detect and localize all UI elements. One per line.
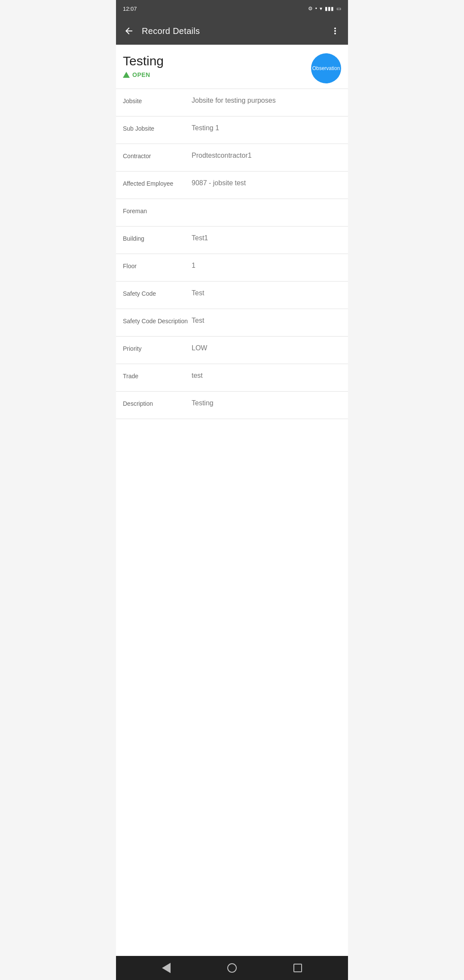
back-nav-icon [162, 963, 171, 973]
table-row: DescriptionTesting [116, 392, 348, 419]
field-label: Sub Jobsite [123, 124, 192, 132]
field-value: Testing [192, 399, 341, 407]
field-value: Test1 [192, 234, 341, 242]
status-bar: 12:07 ⚙ • ▾ ▮▮▮ ▭ [116, 0, 348, 17]
table-row: Floor1 [116, 254, 348, 282]
dot-icon: • [315, 6, 317, 12]
table-row: PriorityLOW [116, 337, 348, 364]
recents-nav-icon [293, 964, 302, 972]
status-bar-icons: ⚙ • ▾ ▮▮▮ ▭ [308, 6, 341, 12]
signal-icon: ▮▮▮ [325, 6, 334, 12]
more-options-button[interactable] [326, 21, 345, 40]
observation-badge-text: Observation [312, 65, 340, 71]
field-label: Priority [123, 344, 192, 352]
back-nav-button[interactable] [157, 959, 176, 977]
table-row: Affected Employee9087 - jobsite test [116, 172, 348, 199]
field-value: Test [192, 289, 341, 297]
field-label: Affected Employee [123, 179, 192, 187]
field-value: Jobsite for testing purposes [192, 97, 341, 104]
field-label: Foreman [123, 207, 192, 214]
bottom-nav [116, 956, 348, 980]
field-label: Trade [123, 372, 192, 380]
field-value: 9087 - jobsite test [192, 179, 341, 187]
field-label: Contractor [123, 152, 192, 159]
recents-nav-button[interactable] [288, 959, 307, 977]
wifi-icon: ▾ [320, 6, 322, 12]
settings-icon: ⚙ [308, 6, 313, 12]
field-label: Building [123, 234, 192, 242]
table-row: Foreman [116, 199, 348, 227]
field-label: Safety Code Description [123, 317, 192, 325]
home-nav-button[interactable] [223, 959, 241, 977]
table-row: ContractorProdtestcontractor1 [116, 144, 348, 172]
field-value: 1 [192, 262, 341, 270]
status-bar-time: 12:07 [123, 6, 137, 12]
record-title: Testing [123, 53, 306, 69]
table-row: Safety Code DescriptionTest [116, 309, 348, 337]
back-button[interactable] [119, 21, 138, 40]
content-area: Testing OPEN Observation JobsiteJobsite … [116, 45, 348, 956]
table-row: JobsiteJobsite for testing purposes [116, 89, 348, 116]
record-title-left: Testing OPEN [123, 53, 306, 78]
field-label: Floor [123, 262, 192, 270]
status-badge: OPEN [132, 71, 150, 78]
table-row: BuildingTest1 [116, 227, 348, 254]
field-label: Jobsite [123, 97, 192, 104]
field-value: LOW [192, 344, 341, 352]
field-value: test [192, 372, 341, 380]
page-title: Record Details [142, 26, 322, 36]
field-label: Description [123, 399, 192, 407]
field-value: Prodtestcontractor1 [192, 152, 341, 159]
status-open-icon [123, 72, 130, 78]
battery-icon: ▭ [336, 6, 341, 12]
table-row: Sub JobsiteTesting 1 [116, 116, 348, 144]
table-row: Tradetest [116, 364, 348, 392]
observation-badge: Observation [311, 53, 341, 83]
table-row: Safety CodeTest [116, 282, 348, 309]
detail-rows-container: JobsiteJobsite for testing purposesSub J… [116, 89, 348, 419]
field-value: Testing 1 [192, 124, 341, 132]
home-nav-icon [227, 963, 237, 973]
record-title-section: Testing OPEN Observation [116, 45, 348, 89]
app-bar: Record Details [116, 17, 348, 45]
field-label: Safety Code [123, 289, 192, 297]
field-value: Test [192, 317, 341, 325]
record-status: OPEN [123, 71, 306, 78]
